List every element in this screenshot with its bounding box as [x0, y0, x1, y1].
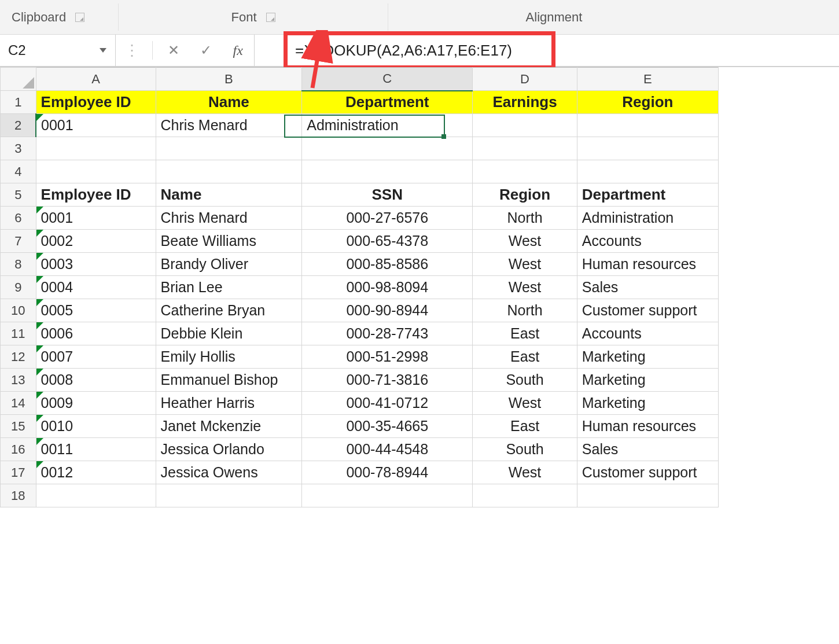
cell-C4[interactable]: [302, 160, 473, 183]
cell-D5[interactable]: Region: [473, 183, 577, 207]
cell[interactable]: West: [473, 253, 577, 276]
cell[interactable]: Beate Williams: [156, 230, 302, 253]
cell[interactable]: 0002: [36, 230, 156, 253]
row-header[interactable]: 7: [1, 230, 36, 253]
cell[interactable]: 0003: [36, 253, 156, 276]
cell-C3[interactable]: [302, 137, 473, 160]
cell[interactable]: 0005: [36, 299, 156, 322]
cell[interactable]: 0012: [36, 461, 156, 484]
cell[interactable]: [302, 484, 473, 507]
row-header[interactable]: 17: [1, 461, 36, 484]
cell[interactable]: 000-28-7743: [302, 322, 473, 345]
cell[interactable]: North: [473, 207, 577, 230]
cell-E1[interactable]: Region: [577, 91, 718, 114]
cell[interactable]: 0004: [36, 276, 156, 299]
cell-D4[interactable]: [473, 160, 577, 183]
row-header[interactable]: 16: [1, 438, 36, 461]
cell[interactable]: South: [473, 438, 577, 461]
cell[interactable]: Accounts: [577, 230, 718, 253]
select-all-corner[interactable]: [1, 68, 36, 91]
cell[interactable]: 000-78-8944: [302, 461, 473, 484]
cell[interactable]: East: [473, 415, 577, 438]
cell-C1[interactable]: Department: [302, 91, 473, 114]
cell[interactable]: 000-71-3816: [302, 369, 473, 392]
cell-E2[interactable]: [577, 114, 718, 137]
column-header-C[interactable]: C: [302, 68, 473, 91]
name-box-dropdown[interactable]: [97, 44, 109, 57]
dialog-launcher-icon[interactable]: [75, 13, 84, 22]
column-header-E[interactable]: E: [577, 68, 718, 91]
cell[interactable]: 000-98-8094: [302, 276, 473, 299]
cell[interactable]: Janet Mckenzie: [156, 415, 302, 438]
cell[interactable]: East: [473, 322, 577, 345]
cell-E5[interactable]: Department: [577, 183, 718, 207]
column-header-D[interactable]: D: [473, 68, 577, 91]
row-header[interactable]: 9: [1, 276, 36, 299]
cell[interactable]: 000-90-8944: [302, 299, 473, 322]
cell-A3[interactable]: [36, 137, 156, 160]
cell[interactable]: Sales: [577, 438, 718, 461]
cell[interactable]: 0001: [36, 207, 156, 230]
cell[interactable]: Jessica Orlando: [156, 438, 302, 461]
cell-C5[interactable]: SSN: [302, 183, 473, 207]
cell-A4[interactable]: [36, 160, 156, 183]
row-header-4[interactable]: 4: [1, 160, 36, 183]
cell[interactable]: 000-51-2998: [302, 345, 473, 369]
cell-D1[interactable]: Earnings: [473, 91, 577, 114]
cell[interactable]: Customer support: [577, 299, 718, 322]
cell-E3[interactable]: [577, 137, 718, 160]
cell-A1[interactable]: Employee ID: [36, 91, 156, 114]
cell[interactable]: South: [473, 369, 577, 392]
row-header-18[interactable]: 18: [1, 484, 36, 507]
row-header[interactable]: 11: [1, 322, 36, 345]
cell[interactable]: 000-27-6576: [302, 207, 473, 230]
cell[interactable]: Accounts: [577, 322, 718, 345]
dialog-launcher-icon[interactable]: [266, 13, 275, 22]
cell[interactable]: 0010: [36, 415, 156, 438]
cell[interactable]: Brandy Oliver: [156, 253, 302, 276]
cell-B1[interactable]: Name: [156, 91, 302, 114]
cell[interactable]: 000-41-0712: [302, 392, 473, 415]
cell-B5[interactable]: Name: [156, 183, 302, 207]
cell-C2[interactable]: Administration: [302, 114, 473, 137]
cell-A2[interactable]: 0001: [36, 114, 156, 137]
cell[interactable]: Chris Menard: [156, 207, 302, 230]
row-header[interactable]: 6: [1, 207, 36, 230]
cell[interactable]: Administration: [577, 207, 718, 230]
row-header-3[interactable]: 3: [1, 137, 36, 160]
cell-B3[interactable]: [156, 137, 302, 160]
spreadsheet-grid[interactable]: A B C D E 1 Employee ID Name Department …: [0, 67, 839, 507]
cell[interactable]: 000-35-4665: [302, 415, 473, 438]
row-header[interactable]: 14: [1, 392, 36, 415]
cell[interactable]: 000-65-4378: [302, 230, 473, 253]
expand-icon[interactable]: [120, 42, 143, 60]
cell[interactable]: 0008: [36, 369, 156, 392]
cell[interactable]: 000-85-8586: [302, 253, 473, 276]
cell[interactable]: Customer support: [577, 461, 718, 484]
cell[interactable]: 0006: [36, 322, 156, 345]
cell-E4[interactable]: [577, 160, 718, 183]
cell[interactable]: 0009: [36, 392, 156, 415]
cell[interactable]: Human resources: [577, 253, 718, 276]
formula-bar-input[interactable]: =XLOOKUP(A2,A6:A17,E6:E17): [255, 35, 839, 66]
cell[interactable]: West: [473, 461, 577, 484]
cell[interactable]: Human resources: [577, 415, 718, 438]
row-header-2[interactable]: 2: [1, 114, 36, 137]
cell-B2[interactable]: Chris Menard: [156, 114, 302, 137]
row-header-1[interactable]: 1: [1, 91, 36, 114]
enter-icon[interactable]: [194, 42, 218, 58]
cell[interactable]: Marketing: [577, 369, 718, 392]
cell[interactable]: 0011: [36, 438, 156, 461]
cell[interactable]: 000-44-4548: [302, 438, 473, 461]
row-header[interactable]: 8: [1, 253, 36, 276]
cell[interactable]: [473, 484, 577, 507]
cell[interactable]: [577, 484, 718, 507]
column-header-A[interactable]: A: [36, 68, 156, 91]
cell-D3[interactable]: [473, 137, 577, 160]
cell[interactable]: East: [473, 345, 577, 369]
cell[interactable]: [36, 484, 156, 507]
row-header-5[interactable]: 5: [1, 183, 36, 207]
cell[interactable]: West: [473, 392, 577, 415]
column-header-B[interactable]: B: [156, 68, 302, 91]
fx-icon[interactable]: fx: [226, 43, 249, 58]
